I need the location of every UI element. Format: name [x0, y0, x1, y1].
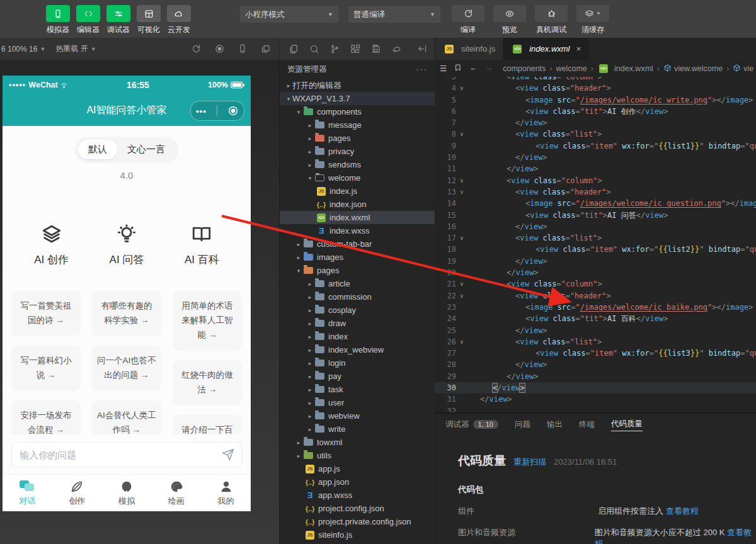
- code-line-24[interactable]: 24<view class="tit">AI 百科</view>: [435, 313, 756, 324]
- tree-item-project.private.config.json[interactable]: {..}project.private.config.json: [280, 515, 435, 528]
- code-line-31[interactable]: 31</view>: [435, 394, 756, 405]
- phone-icon[interactable]: [238, 44, 247, 54]
- breadcrumb-item-index.wxml[interactable]: </>index.wxml: [597, 64, 653, 73]
- code-line-17[interactable]: 17∨<view class="list">: [435, 232, 756, 244]
- panel-tab-代码质量[interactable]: 代码质量: [611, 419, 643, 431]
- tree-item-privacy[interactable]: ▸privacy: [280, 145, 435, 158]
- tree-item-index.wxml[interactable]: </>index.wxml: [280, 211, 435, 224]
- capsule-menu[interactable]: •••: [190, 101, 244, 121]
- tree-item-WXAPP_V1.3.7[interactable]: ▾WXAPP_V1.3.7: [280, 92, 435, 105]
- code-line-8[interactable]: 8∨<view class="list">: [435, 128, 756, 140]
- tree-item-app.js[interactable]: JSapp.js: [280, 462, 435, 475]
- mode-select[interactable]: 小程序模式 ▼: [240, 6, 338, 23]
- breadcrumb-item-components[interactable]: components: [503, 64, 546, 73]
- target-icon[interactable]: [227, 105, 239, 116]
- tree-item-message[interactable]: ▸message: [280, 118, 435, 132]
- prompt-card[interactable]: 问一个AI也答不出的问题 →: [92, 346, 161, 391]
- feature-AI 创作[interactable]: AI 创作: [34, 224, 69, 267]
- tree-item-sendsms[interactable]: ▸sendsms: [280, 158, 435, 171]
- fold-chevron-icon[interactable]: ∨: [456, 336, 467, 348]
- code-line-4[interactable]: 4∨<view class="header">: [435, 82, 756, 94]
- breadcrumb-item-view.welcome[interactable]: view.welcome: [663, 64, 723, 73]
- tree-item-login[interactable]: ▸login: [280, 356, 435, 370]
- fold-chevron-icon[interactable]: ∨: [456, 278, 467, 290]
- refresh-icon[interactable]: [192, 44, 201, 54]
- prompt-card[interactable]: 有哪些有趣的科学实验 →: [92, 291, 161, 336]
- arrow-left-icon[interactable]: ←: [469, 64, 478, 73]
- code-line-3[interactable]: 3<view class="column">: [435, 77, 756, 82]
- phone-tab-绘画[interactable]: 绘画: [151, 475, 201, 511]
- compile-select[interactable]: 普通编译 ▼: [348, 6, 440, 23]
- code-line-15[interactable]: 15<view class="tit">AI 问答</view>: [435, 210, 756, 221]
- action-button-编译[interactable]: 编译: [452, 5, 484, 35]
- tree-item-project.config.json[interactable]: {..}project.config.json: [280, 502, 435, 515]
- save-icon[interactable]: [371, 44, 381, 54]
- hot-reload-toggle[interactable]: 热重载 开 ▼: [55, 43, 96, 54]
- code-line-13[interactable]: 13∨<view class="header">: [435, 186, 756, 198]
- tree-item-app.json[interactable]: {..}app.json: [280, 475, 435, 489]
- tree-item-task[interactable]: ▸task: [280, 383, 435, 396]
- panel-tab-问题[interactable]: 问题: [515, 419, 530, 431]
- windows-icon[interactable]: [261, 44, 270, 54]
- code-line-11[interactable]: 11</view>: [435, 163, 756, 174]
- mode-button-模拟器[interactable]: 模拟器: [46, 5, 70, 35]
- breadcrumb-item-welcome[interactable]: welcome: [556, 64, 587, 73]
- question-input[interactable]: [11, 442, 242, 467]
- prompt-card[interactable]: 红烧牛肉的做法 →: [173, 360, 242, 405]
- tree-item-welcome[interactable]: ▾welcome: [280, 171, 435, 184]
- tree-item-write[interactable]: ▸write: [280, 422, 435, 436]
- segment-默认[interactable]: 默认: [78, 140, 117, 159]
- prompt-card[interactable]: 用简单的术语来解释人工智能 →: [173, 291, 242, 351]
- code-line-26[interactable]: 26∨<view class="list">: [435, 336, 756, 348]
- tutorial-link[interactable]: 查看教程: [595, 528, 752, 544]
- code-line-9[interactable]: 9<view class="item" wx:for="{{list1}}" b…: [435, 140, 756, 152]
- tree-item-pages[interactable]: ▸pages: [280, 132, 435, 145]
- code-line-7[interactable]: 7</view>: [435, 117, 756, 128]
- fold-chevron-icon[interactable]: ∨: [456, 232, 467, 244]
- code-line-22[interactable]: 22∨<view class="header">: [435, 290, 756, 302]
- tree-item-index.json[interactable]: {..}index.json: [280, 198, 435, 211]
- tree-item-draw[interactable]: ▸draw: [280, 317, 435, 330]
- send-icon[interactable]: [222, 448, 234, 461]
- phone-tab-创作[interactable]: 创作: [52, 475, 102, 511]
- code-line-29[interactable]: 29</view>: [435, 371, 756, 382]
- tutorial-link[interactable]: 查看教程: [666, 506, 699, 516]
- feature-AI 问答[interactable]: AI 问答: [110, 224, 144, 267]
- action-button-预览[interactable]: 预览: [493, 5, 526, 35]
- phone-tab-模拟[interactable]: 模拟: [102, 475, 152, 511]
- tree-item-打开的编辑器[interactable]: ▸打开的编辑器: [280, 79, 435, 92]
- fold-chevron-icon[interactable]: ∨: [456, 175, 467, 186]
- tree-item-index[interactable]: ▸index: [280, 330, 435, 343]
- tree-item-commission[interactable]: ▸commission: [280, 290, 435, 303]
- code-line-21[interactable]: 21∨<view class="column">: [435, 278, 756, 290]
- code-line-23[interactable]: 23<image src="/images/welcome/ic_baike.p…: [435, 302, 756, 313]
- panel-tab-调试器[interactable]: 调试器1, 10: [445, 419, 498, 431]
- code-line-14[interactable]: 14<image src="/images/welcome/ic_questio…: [435, 198, 756, 209]
- tree-item-siteinfo.js[interactable]: JSsiteinfo.js: [280, 528, 435, 541]
- files-icon[interactable]: [289, 44, 299, 54]
- bookmark-icon[interactable]: [454, 64, 462, 73]
- fold-chevron-icon[interactable]: ∨: [456, 186, 467, 198]
- tree-item-webview[interactable]: ▸webview: [280, 409, 435, 422]
- tree-item-article[interactable]: ▸article: [280, 277, 435, 290]
- zoom-select[interactable]: 6 100% 16 ▼: [1, 45, 45, 54]
- phone-tab-对话[interactable]: 对话: [3, 475, 52, 511]
- feature-AI 百科[interactable]: AI 百科: [185, 224, 219, 267]
- panel-tab-终端[interactable]: 终端: [579, 419, 595, 431]
- record-icon[interactable]: [215, 44, 224, 54]
- code-line-5[interactable]: 5<image src="/images/welcome/ic_write.pn…: [435, 94, 756, 106]
- mode-button-可视化[interactable]: 可视化: [137, 5, 161, 35]
- tree-item-towxml[interactable]: ▸towxml: [280, 436, 435, 449]
- prompt-card[interactable]: 写一篇科幻小说 →: [11, 346, 81, 391]
- list-icon[interactable]: ☰: [440, 64, 447, 73]
- code-line-10[interactable]: 10</view>: [435, 152, 756, 163]
- arrow-right-icon[interactable]: →: [485, 64, 493, 73]
- rescan-link[interactable]: 重新扫描: [513, 456, 546, 468]
- tree-item-user[interactable]: ▸user: [280, 396, 435, 409]
- breadcrumb-item-vie[interactable]: vie: [733, 64, 753, 73]
- phone-tab-我的[interactable]: 我的: [201, 475, 251, 511]
- code-line-16[interactable]: 16</view>: [435, 221, 756, 232]
- editor-tab-siteinfo.js[interactable]: JSsiteinfo.js: [435, 38, 503, 60]
- panel-tab-输出[interactable]: 输出: [547, 419, 563, 431]
- tree-item-custom-tab-bar[interactable]: ▸custom-tab-bar: [280, 237, 435, 251]
